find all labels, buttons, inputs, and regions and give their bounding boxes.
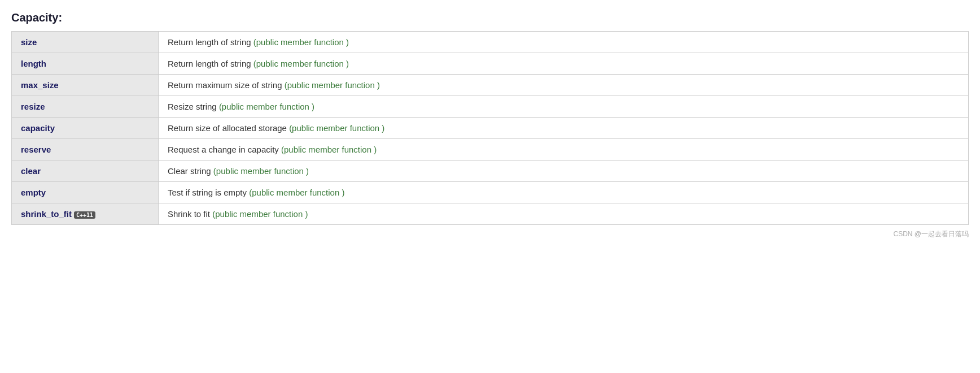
table-row: shrink_to_fitC++11Shrink to fit (public …: [12, 203, 969, 225]
section-title: Capacity:: [11, 11, 969, 24]
function-tag: (public member function ): [219, 102, 314, 111]
function-tag: (public member function ): [249, 188, 344, 197]
function-name[interactable]: clear: [12, 161, 159, 182]
function-description: Resize string (public member function ): [159, 96, 969, 118]
table-row: lengthReturn length of string (public me…: [12, 53, 969, 75]
function-description: Shrink to fit (public member function ): [159, 203, 969, 225]
function-tag: (public member function ): [281, 145, 377, 154]
description-text: Return length of string: [168, 37, 253, 47]
function-description: Request a change in capacity (public mem…: [159, 139, 969, 161]
function-description: Test if string is empty (public member f…: [159, 182, 969, 203]
description-text: Return length of string: [168, 59, 253, 68]
function-name[interactable]: max_size: [12, 75, 159, 96]
capacity-table: sizeReturn length of string (public memb…: [11, 31, 969, 225]
table-row: sizeReturn length of string (public memb…: [12, 32, 969, 53]
description-text: Resize string: [168, 102, 219, 111]
table-row: emptyTest if string is empty (public mem…: [12, 182, 969, 203]
function-name[interactable]: reserve: [12, 139, 159, 161]
function-name[interactable]: size: [12, 32, 159, 53]
function-tag: (public member function ): [253, 59, 349, 68]
function-tag: (public member function ): [213, 166, 309, 176]
function-description: Return length of string (public member f…: [159, 32, 969, 53]
watermark: CSDN @一起去看日落吗: [11, 229, 969, 239]
description-text: Return maximum size of string: [168, 80, 285, 90]
table-row: resizeResize string (public member funct…: [12, 96, 969, 118]
function-description: Clear string (public member function ): [159, 161, 969, 182]
description-text: Request a change in capacity: [168, 145, 281, 154]
function-name[interactable]: capacity: [12, 118, 159, 139]
function-tag: (public member function ): [253, 37, 349, 47]
function-name[interactable]: resize: [12, 96, 159, 118]
description-text: Return size of allocated storage: [168, 123, 289, 133]
function-description: Return maximum size of string (public me…: [159, 75, 969, 96]
function-description: Return size of allocated storage (public…: [159, 118, 969, 139]
description-text: Clear string: [168, 166, 213, 176]
function-tag: (public member function ): [289, 123, 384, 133]
function-name[interactable]: length: [12, 53, 159, 75]
table-row: reserveRequest a change in capacity (pub…: [12, 139, 969, 161]
table-row: clearClear string (public member functio…: [12, 161, 969, 182]
function-name[interactable]: empty: [12, 182, 159, 203]
function-description: Return length of string (public member f…: [159, 53, 969, 75]
cpp11-badge: C++11: [74, 211, 95, 219]
description-text: Test if string is empty: [168, 188, 249, 197]
function-tag: (public member function ): [285, 80, 380, 90]
description-text: Shrink to fit: [168, 209, 212, 219]
function-name[interactable]: shrink_to_fitC++11: [12, 203, 159, 225]
table-row: max_sizeReturn maximum size of string (p…: [12, 75, 969, 96]
table-row: capacityReturn size of allocated storage…: [12, 118, 969, 139]
function-tag: (public member function ): [212, 209, 308, 219]
